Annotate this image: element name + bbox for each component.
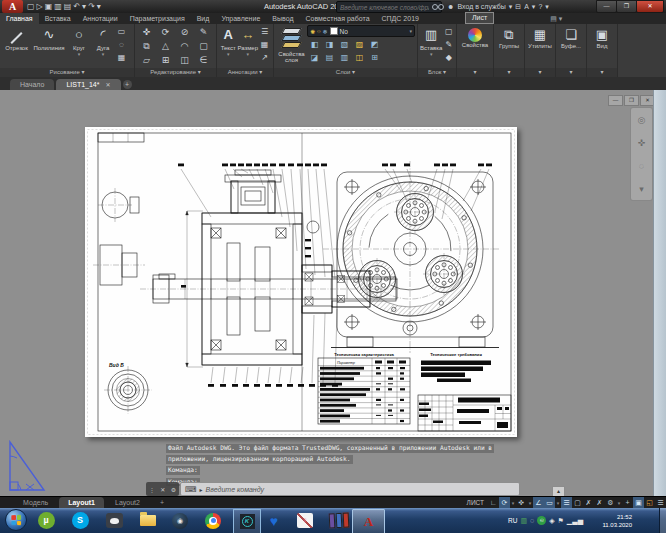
start-button[interactable] — [5, 509, 27, 531]
icon-glyph[interactable]: ▥ — [520, 517, 527, 525]
tab-layout1[interactable]: Layout1 — [59, 497, 104, 509]
expand-arrow-icon[interactable]: ▴ — [552, 486, 565, 496]
modify-icons-grid[interactable]: ✜⟳⊘✎⧉△◠▢▱⊞◫∈ — [137, 25, 213, 68]
icon-glyph[interactable]: ✗ — [583, 497, 594, 509]
icon-glyph[interactable]: ▭ — [544, 497, 555, 509]
icon-glyph[interactable]: ▦ — [115, 51, 128, 64]
icon-glyph[interactable]: ▣ — [633, 497, 644, 509]
icon-glyph[interactable]: ✎ — [194, 25, 213, 39]
icon-glyph[interactable]: ▨ — [352, 38, 367, 51]
icon-glyph[interactable]: ✗ — [594, 497, 605, 509]
icon-glyph[interactable]: ✎ — [442, 38, 455, 51]
icon-glyph[interactable]: + — [622, 497, 633, 509]
icon-glyph[interactable]: ▁▃▅ — [567, 517, 583, 525]
icon-glyph[interactable]: ☰ — [258, 25, 271, 38]
taskbar-utorrent-icon[interactable]: µ — [34, 509, 58, 532]
layer-dropdown[interactable]: ✺☼❄ No ▾ — [307, 25, 415, 37]
navigation-bar[interactable]: ◎✜◌▾ — [630, 107, 653, 201]
command-input-bar[interactable]: ⌨ ▸ Введите команду — [180, 482, 520, 496]
taskbar-winrar-icon[interactable] — [327, 509, 351, 532]
icon-glyph[interactable]: ▥ — [337, 51, 352, 64]
icon-glyph[interactable]: ▢ — [442, 25, 455, 38]
appstore-cart-icon[interactable]: ⊟ — [515, 3, 521, 11]
panel-properties-expander[interactable]: ▾ — [457, 68, 493, 77]
icon-glyph[interactable]: ◫ — [352, 51, 367, 64]
signin-label[interactable]: Вход в службы — [457, 3, 505, 10]
icon-glyph[interactable]: ◎ — [638, 115, 646, 125]
tab-layout[interactable]: Лист — [465, 12, 494, 24]
icon-glyph[interactable]: ▢ — [194, 39, 213, 53]
quick-access-toolbar[interactable]: ▢▷▣▥▤↶▾↷▾ — [27, 0, 101, 13]
autocad-logo-icon[interactable]: A — [2, 0, 23, 13]
panel-view-expander[interactable]: ▾ — [587, 68, 617, 77]
taskbar-blocked-app-icon[interactable]: ♀ — [293, 509, 317, 532]
text-button[interactable]: AТекст▾ — [219, 25, 237, 68]
command-palette-controls[interactable]: ⋮✕⚙ — [146, 482, 179, 496]
icon-glyph[interactable]: ∟ — [488, 497, 499, 509]
icon-glyph[interactable]: ◨ — [322, 38, 337, 51]
share-icon[interactable]: A — [524, 3, 529, 10]
panel-clipboard-expander[interactable]: ▾ — [556, 68, 586, 77]
taskbar-explorer-icon[interactable] — [136, 509, 160, 532]
icon-glyph[interactable]: ✺ — [310, 28, 315, 35]
taskbar-skype-icon[interactable]: S — [68, 509, 92, 532]
icon-glyph[interactable]: ▤ — [322, 51, 337, 64]
show-desktop-button[interactable] — [659, 508, 666, 533]
tab-home[interactable]: Главная — [0, 13, 39, 24]
arc-button[interactable]: ◜Дуга▾ — [91, 25, 115, 68]
tab-model[interactable]: Модель — [14, 497, 57, 509]
tab-layout2[interactable]: Layout2 — [106, 497, 149, 509]
icon-glyph[interactable]: ▾ — [639, 184, 644, 194]
icon-glyph[interactable]: ∈ — [194, 53, 213, 67]
taskbar-heart-icon[interactable]: ♥ — [262, 509, 286, 532]
icon-glyph[interactable]: ◫ — [175, 53, 194, 67]
icon-glyph[interactable]: ✜ — [137, 25, 156, 39]
icon-glyph[interactable]: ▾ — [97, 0, 101, 13]
icon-glyph[interactable]: ◆ — [442, 51, 455, 64]
icon-glyph[interactable]: ☰ — [655, 497, 666, 509]
help-icon[interactable]: ? — [538, 3, 542, 10]
insert-block-button[interactable]: ▥Вставка▾ — [420, 25, 442, 68]
icon-glyph[interactable]: ❐ — [624, 95, 639, 106]
tab-annotate[interactable]: Аннотации — [77, 13, 124, 24]
tab-view[interactable]: Вид — [191, 13, 216, 24]
icon-glyph[interactable]: ❄ — [323, 28, 328, 35]
icon-glyph[interactable]: ∠ — [533, 497, 544, 509]
icon-glyph[interactable]: ▾ — [82, 0, 86, 13]
restore-button[interactable]: ❐ — [616, 0, 637, 13]
block-extra-icons[interactable]: ▢✎◆ — [442, 25, 455, 68]
taskbar-discord-icon[interactable] — [102, 509, 126, 532]
command-placeholder[interactable]: Введите команду — [206, 486, 264, 493]
panel-annotate-label[interactable]: Аннотации ▾ — [217, 68, 273, 77]
icon-glyph[interactable]: ▧ — [337, 38, 352, 51]
icon-glyph[interactable]: ⊞ — [156, 53, 175, 67]
help-dropdown-icon[interactable]: ▾ — [545, 3, 549, 11]
tab-manage[interactable]: Управление — [215, 13, 266, 24]
icon-glyph[interactable]: ⊞ — [367, 51, 382, 64]
icon-glyph[interactable]: ⚑ — [558, 517, 564, 525]
icon-glyph[interactable]: ✜ — [516, 497, 527, 509]
icon-glyph[interactable]: ▤ — [64, 0, 72, 13]
icon-glyph[interactable]: ↶ — [73, 0, 80, 13]
file-tab-document[interactable]: LIST1_14*✕ — [56, 79, 120, 90]
panel-modify-label[interactable]: Редактирование ▾ — [135, 68, 216, 77]
new-tab-button[interactable]: + — [123, 80, 132, 89]
icon-glyph[interactable]: ▥ — [54, 0, 62, 13]
icon-glyph[interactable]: ⟳ — [156, 25, 175, 39]
ribbon-options-icon[interactable]: ▤ ▾ — [550, 14, 562, 24]
icon-glyph[interactable]: ✜ — [638, 138, 646, 148]
icon-glyph[interactable]: △ — [156, 39, 175, 53]
icon-glyph[interactable]: ▢ — [27, 0, 35, 13]
tray-icons[interactable]: ▥◌℮◈⚑▁▃▅ — [520, 516, 583, 525]
icon-glyph[interactable]: ◈ — [549, 517, 554, 525]
icon-glyph[interactable]: ◩ — [367, 38, 382, 51]
close-button[interactable]: ✕ — [636, 0, 664, 13]
layer-properties-button[interactable]: Свойства слоя — [276, 25, 307, 68]
taskbar-steam-icon[interactable]: ◉ — [168, 509, 192, 532]
tab-insert[interactable]: Вставка — [39, 13, 77, 24]
panel-block-label[interactable]: Блок ▾ — [418, 68, 456, 77]
tab-parametric[interactable]: Параметризация — [124, 13, 191, 24]
circle-button[interactable]: ○Круг▾ — [67, 25, 91, 68]
icon-glyph[interactable]: ▱ — [137, 53, 156, 67]
drawing-canvas[interactable]: Вид Б Техническая характеристика Парамет… — [0, 90, 666, 496]
